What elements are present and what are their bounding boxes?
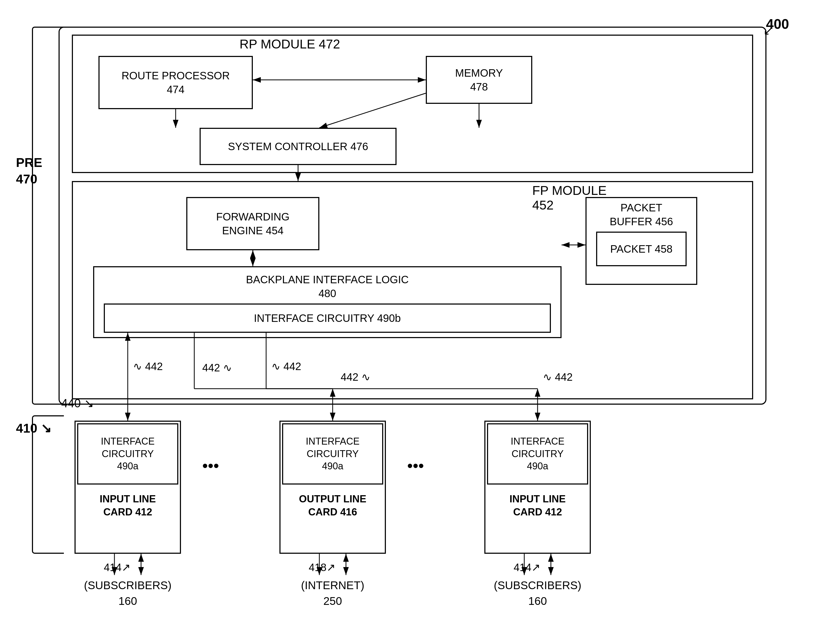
svg-text:414↗: 414↗ — [104, 561, 131, 573]
ic490a-3-text: INTERFACECIRCUITRY490a — [511, 435, 564, 472]
svg-text:•••: ••• — [407, 457, 424, 475]
interface-circ-490b-text: INTERFACE CIRCUITRY 490b — [254, 312, 401, 324]
route-processor-text: ROUTE PROCESSOR 474 — [122, 69, 230, 97]
ic490a-2-text: INTERFACECIRCUITRY490a — [306, 435, 360, 472]
ic490a-2-box: INTERFACECIRCUITRY490a — [282, 423, 383, 485]
subscribers-2-label: (SUBSCRIBERS)160 — [484, 578, 591, 609]
input-lc-2-label: INPUT LINECARD 412 — [487, 492, 588, 519]
ic490a-1-box: INTERFACECIRCUITRY490a — [77, 423, 178, 485]
ic490a-3-box: INTERFACECIRCUITRY490a — [487, 423, 588, 485]
memory-box: MEMORY 478 — [426, 56, 532, 104]
memory-text: MEMORY 478 — [455, 66, 503, 94]
forwarding-engine-text: FORWARDINGENGINE 454 — [216, 210, 289, 238]
route-processor-box: ROUTE PROCESSOR 474 — [98, 56, 253, 109]
input-lc-1-label: INPUT LINECARD 412 — [77, 492, 178, 519]
forwarding-engine-box: FORWARDINGENGINE 454 — [186, 197, 319, 250]
packet-buffer-text: PACKETBUFFER 456 — [610, 201, 673, 228]
internet-label: (INTERNET)250 — [279, 578, 386, 609]
backplane-text: BACKPLANE INTERFACE LOGIC 480 — [246, 273, 409, 300]
pre-label: PRE470 — [16, 155, 42, 188]
subscribers-1-label: (SUBSCRIBERS)160 — [75, 578, 181, 609]
packet-text: PACKET 458 — [610, 243, 672, 255]
bracket-410 — [32, 415, 64, 554]
ic490a-1-text: INTERFACECIRCUITRY490a — [101, 435, 155, 472]
system-controller-box: SYSTEM CONTROLLER 476 — [199, 128, 397, 165]
rp-module-label: RP MODULE 472 — [239, 37, 340, 51]
output-lc-label: OUTPUT LINECARD 416 — [282, 492, 383, 519]
svg-text:414↗: 414↗ — [514, 561, 541, 573]
diagram: 400 ↙ PRE470 410 ↘ RP MODULE 472 ROUTE P… — [0, 0, 821, 644]
svg-text:•••: ••• — [202, 457, 219, 475]
interface-circ-490b-box: INTERFACE CIRCUITRY 490b — [104, 304, 551, 333]
svg-text:418↗: 418↗ — [309, 561, 335, 573]
label-410: 410 ↘ — [16, 421, 51, 435]
system-controller-text: SYSTEM CONTROLLER 476 — [228, 141, 368, 153]
packet-box: PACKET 458 — [596, 232, 686, 266]
